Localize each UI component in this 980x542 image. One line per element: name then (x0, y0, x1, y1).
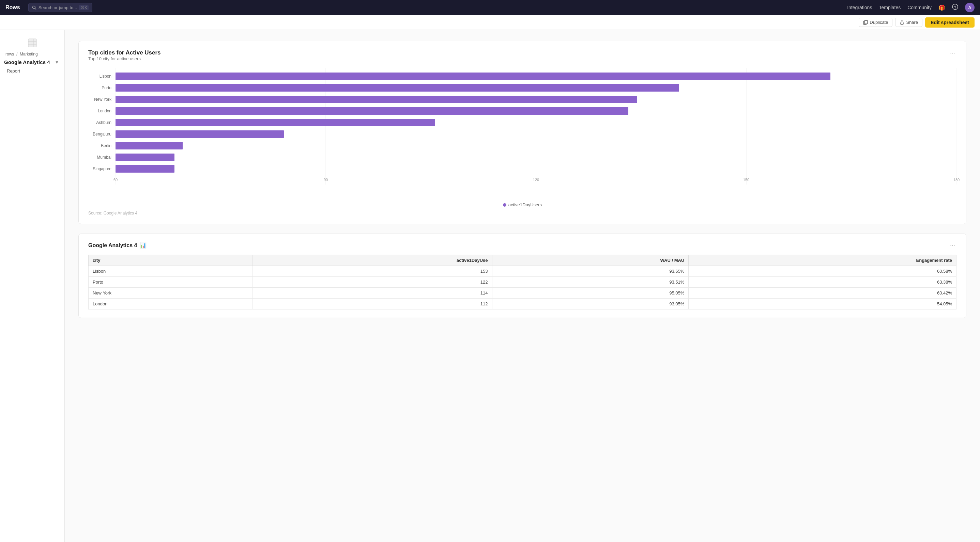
bar-fill (116, 165, 175, 173)
bar-fill (116, 96, 637, 103)
spreadsheet-icon (0, 35, 64, 51)
cell-wau-mau: 93.65% (492, 266, 689, 277)
svg-text:?: ? (954, 5, 956, 9)
cell-engagement: 54.05% (689, 299, 956, 309)
bar-fill (116, 154, 175, 161)
search-placeholder: Search or jump to... (38, 5, 77, 10)
legend-dot (503, 203, 506, 207)
bar-row: Lisbon (88, 71, 956, 82)
bar-row: Bengaluru (88, 129, 956, 139)
table-row: Lisbon 153 93.65% 60.58% (89, 266, 956, 277)
chevron-down-icon: ▼ (55, 60, 59, 65)
cell-engagement: 63.38% (689, 277, 956, 288)
bar-track (116, 84, 956, 92)
bar-label: Singapore (88, 166, 116, 171)
cell-wau-mau: 95.05% (492, 288, 689, 299)
sub-navigation: Duplicate Share Edit spreadsheet (0, 15, 980, 30)
cell-wau-mau: 93.51% (492, 277, 689, 288)
table-card-header: Google Analytics 4 📊 ··· (88, 242, 956, 253)
share-button[interactable]: Share (895, 18, 923, 27)
legend-label: active1DayUsers (508, 202, 542, 207)
duplicate-button[interactable]: Duplicate (859, 18, 892, 27)
bar-fill (116, 107, 628, 115)
x-tick-180: 180 (953, 178, 959, 182)
cell-wau-mau: 93.05% (492, 299, 689, 309)
sidebar-item-label: Report (7, 68, 20, 73)
col-city: city (89, 255, 253, 266)
bar-row: New York (88, 94, 956, 105)
cell-engagement: 60.58% (689, 266, 956, 277)
col-wau-mau: WAU / MAU (492, 255, 689, 266)
bar-fill (116, 84, 679, 92)
table-more-button[interactable]: ··· (949, 242, 956, 249)
bar-label: Berlin (88, 143, 116, 148)
gift-icon[interactable]: 🎁 (939, 5, 945, 11)
nav-integrations[interactable]: Integrations (847, 5, 872, 10)
svg-rect-6 (28, 39, 37, 47)
svg-line-1 (35, 8, 36, 9)
main-content: Top cities for Active Users Top 10 city … (65, 30, 980, 542)
help-icon[interactable]: ? (952, 4, 958, 11)
search-icon (32, 5, 37, 10)
chart-area: Lisbon Porto New York London Ashburn Ben… (88, 68, 956, 198)
bar-track (116, 154, 956, 161)
svg-rect-5 (864, 21, 867, 24)
duplicate-icon (863, 20, 868, 25)
edit-spreadsheet-button[interactable]: Edit spreadsheet (925, 17, 975, 28)
top-navigation: Rows Search or jump to... ⌘K Integration… (0, 0, 980, 15)
cell-city: London (89, 299, 253, 309)
col-engagement: Engagement rate (689, 255, 956, 266)
bar-label: New York (88, 97, 116, 102)
bar-track (116, 119, 956, 126)
bar-chart: Lisbon Porto New York London Ashburn Ben… (88, 71, 956, 175)
duplicate-label: Duplicate (870, 20, 888, 25)
table-title-row: Google Analytics 4 📊 (88, 242, 146, 249)
table-body: Lisbon 153 93.65% 60.58% Porto 122 93.51… (89, 266, 956, 309)
chart-card: Top cities for Active Users Top 10 city … (78, 41, 966, 224)
bar-track (116, 96, 956, 103)
cell-city: Lisbon (89, 266, 253, 277)
cell-active: 122 (253, 277, 492, 288)
x-tick-90: 90 (324, 178, 328, 182)
chart-subtitle: Top 10 city for active users (88, 56, 161, 61)
chart-more-button[interactable]: ··· (949, 49, 956, 57)
breadcrumb-root[interactable]: rows (5, 52, 14, 57)
bar-track (116, 130, 956, 138)
sidebar: rows / Marketing Google Analytics 4 ▼ Re… (0, 30, 65, 542)
table-card: Google Analytics 4 📊 ··· city active1Day… (78, 233, 966, 318)
doc-title-text: Google Analytics 4 (4, 59, 50, 65)
svg-point-0 (32, 6, 35, 8)
cell-city: Porto (89, 277, 253, 288)
bar-row: Berlin (88, 140, 956, 151)
avatar[interactable]: A (965, 3, 975, 12)
sidebar-item-report[interactable]: Report (0, 67, 64, 76)
bar-row: London (88, 106, 956, 116)
bar-track (116, 73, 956, 80)
cell-active: 153 (253, 266, 492, 277)
x-tick-150: 150 (743, 178, 749, 182)
search-bar[interactable]: Search or jump to... ⌘K (28, 3, 93, 12)
cell-engagement: 60.42% (689, 288, 956, 299)
chart-source: Source: Google Analytics 4 (88, 211, 956, 216)
col-active: active1DayUse (253, 255, 492, 266)
x-tick-120: 120 (533, 178, 539, 182)
app-logo[interactable]: Rows (5, 5, 20, 11)
breadcrumb-section[interactable]: Marketing (20, 52, 38, 57)
bar-label: London (88, 109, 116, 113)
bar-track (116, 165, 956, 173)
bar-row: Mumbai (88, 152, 956, 163)
x-tick-60: 60 (113, 178, 118, 182)
breadcrumb: rows / Marketing (0, 51, 64, 58)
cell-active: 112 (253, 299, 492, 309)
share-label: Share (906, 20, 918, 25)
bar-fill (116, 130, 284, 138)
nav-community[interactable]: Community (907, 5, 932, 10)
bar-fill (116, 142, 183, 149)
x-axis: 60 90 120 150 180 (116, 178, 956, 184)
nav-templates[interactable]: Templates (879, 5, 900, 10)
doc-title[interactable]: Google Analytics 4 ▼ (0, 58, 64, 67)
bar-track (116, 142, 956, 149)
bar-label: Porto (88, 86, 116, 90)
table-row: New York 114 95.05% 60.42% (89, 288, 956, 299)
bar-row: Porto (88, 82, 956, 93)
